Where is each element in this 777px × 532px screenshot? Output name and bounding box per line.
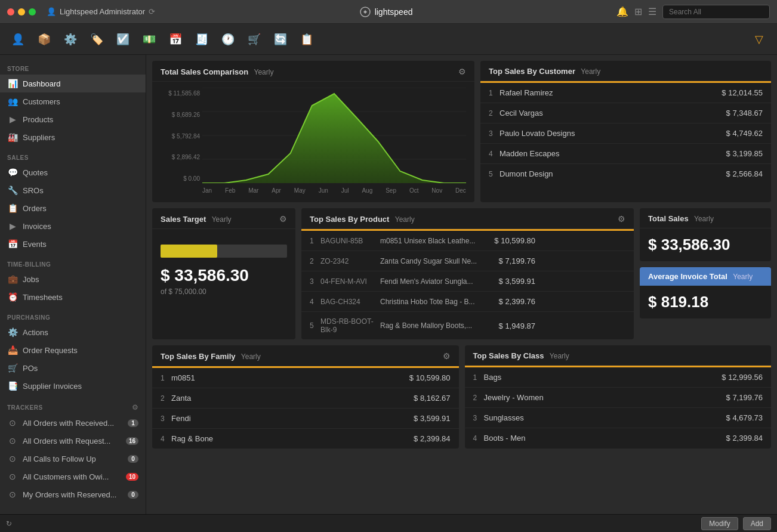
sidebar-item-all-orders-request[interactable]: ⊙ All Orders with Request... 16 [0,432,146,450]
table-row: 3 Paulo Lovato Designs $ 4,749.62 [480,123,771,144]
p-sku-1: BAGUNI-85B [320,237,380,245]
total-sales-comparison-gear[interactable]: ⚙ [458,67,466,76]
table-row: 2 Cecil Vargas $ 7,348.67 [480,103,771,123]
customer-value-3: $ 4,749.62 [715,129,763,138]
actions-icon: ⚙️ [7,327,18,338]
c-value-2: $ 7,199.76 [726,393,763,402]
quotes-icon: 💬 [7,167,18,178]
sidebar-item-timesheets[interactable]: ⏰ Timesheets [0,288,146,306]
sidebar-label-pos: POs [23,364,138,373]
c-name-4: Boots - Men [484,434,726,443]
sidebar-item-my-orders-reserved[interactable]: ⊙ My Orders with Reserved... 0 [0,485,146,503]
x-label-jun: Jun [319,187,328,194]
menu-icon[interactable]: ☰ [648,6,656,17]
time-billing-section: TIME-BILLING 💼 Jobs ⏰ Timesheets [0,256,146,306]
toolbar-receipt-icon[interactable]: 🧾 [190,27,214,51]
products-icon: ▶ [7,114,18,125]
toolbar-dollar-icon[interactable]: 💵 [137,27,161,51]
toolbar-swap-icon[interactable]: 🔄 [269,27,292,51]
sidebar-label-supplier-invoices: Supplier Invoices [23,382,138,391]
sales-target-gear[interactable]: ⚙ [279,214,287,224]
sidebar-item-all-customers-owing[interactable]: ⊙ All Customers with Owi... 10 [0,468,146,485]
c-name-1: Bags [484,373,722,382]
sidebar-item-sros[interactable]: 🔧 SROs [0,181,146,199]
top-sales-customer-header: Top Sales By Customer Yearly [480,61,771,81]
toolbar-calendar-icon[interactable]: 📅 [164,27,187,51]
row-2: Sales Target Yearly ⚙ $ 33,586.30 of $ 7… [152,208,771,339]
close-button[interactable] [7,8,14,16]
p-rank-2: 2 [310,257,320,265]
search-input[interactable] [662,5,770,19]
top-sales-product-gear[interactable]: ⚙ [618,214,625,224]
grid-icon[interactable]: ⊞ [634,6,642,17]
sidebar-item-suppliers[interactable]: 🏭 Suppliers [0,128,146,146]
top-sales-family-gear[interactable]: ⚙ [443,351,451,361]
sidebar-item-jobs[interactable]: 💼 Jobs [0,270,146,288]
bell-icon[interactable]: 🔔 [616,6,628,17]
minimize-button[interactable] [18,8,25,16]
sidebar-item-order-requests[interactable]: 📥 Order Requests [0,341,146,359]
toolbar-person-icon[interactable]: 👤 [6,27,30,51]
f-rank-2: 2 [161,394,171,403]
sidebar-item-orders[interactable]: 📋 Orders [0,199,146,217]
progress-track [161,245,287,258]
avg-invoice-period: Yearly [733,273,753,281]
c-name-2: Jewelry - Women [484,393,726,402]
toolbar-tag-icon[interactable]: 🏷️ [85,27,109,51]
toolbar-filter-icon[interactable]: ▽ [747,27,771,51]
p-desc-3: Fendi Men's Aviator Sungla... [380,277,488,286]
p-sku-2: ZO-2342 [320,257,380,265]
avg-invoice-widget: Average Invoice Total Yearly $ 819.18 [640,267,771,318]
sidebar-item-actions[interactable]: ⚙️ Actions [0,323,146,341]
sidebar-item-all-orders-received[interactable]: ⊙ All Orders with Received... 1 [0,414,146,432]
total-sales-comparison-title: Total Sales Comparison [161,67,248,76]
sidebar-item-invoices[interactable]: ▶ Invoices [0,217,146,235]
sidebar-item-quotes[interactable]: 💬 Quotes [0,163,146,181]
p-value-2: $ 7,199.76 [488,256,535,265]
add-button[interactable]: Add [743,517,771,530]
tracker-label-5: My Orders with Reserved... [23,490,123,499]
sales-target-body: $ 33,586.30 of $ 75,000.00 [152,229,295,304]
tracker-circle-icon-1: ⊙ [7,417,18,428]
y-label-2: $ 8,689.26 [161,112,200,118]
x-label-jan: Jan [202,187,212,194]
suppliers-icon: 🏭 [7,132,18,143]
sidebar-item-all-calls-follow[interactable]: ⊙ All Calls to Follow Up 0 [0,450,146,468]
trackers-gear-icon[interactable]: ⚙ [132,403,138,412]
list-item: 2 Jewelry - Women $ 7,199.76 [465,388,772,408]
p-desc-4: Christina Hobo Tote Bag - B... [380,298,488,306]
toolbar-doc-icon[interactable]: 📋 [295,27,319,51]
sidebar-item-events[interactable]: 📅 Events [0,235,146,253]
sidebar-item-pos[interactable]: 🛒 POs [0,359,146,377]
top-sales-family-title: Top Sales By Family [161,352,235,361]
top-sales-customer-period: Yearly [581,67,600,76]
sidebar-item-dashboard[interactable]: 📊 Dashboard [0,75,146,92]
toolbar-gear-icon[interactable]: ⚙️ [58,27,82,51]
modify-button[interactable]: Modify [701,517,738,530]
f-rank-4: 4 [161,435,171,443]
tracker-label-2: All Orders with Request... [23,437,121,446]
svg-marker-6 [202,94,466,183]
chart-wrapper: $ 11,585.68 $ 8,689.26 $ 5,792.84 $ 2,89… [161,88,466,194]
maximize-button[interactable] [29,8,36,16]
sales-target-widget: Sales Target Yearly ⚙ $ 33,586.30 of $ 7… [152,208,295,339]
total-sales-comparison-title-group: Total Sales Comparison Yearly [161,67,273,76]
sidebar-item-supplier-invoices[interactable]: 📑 Supplier Invoices [0,377,146,395]
toolbar-box-icon[interactable]: 📦 [32,27,56,51]
toolbar-check-icon[interactable]: ☑️ [111,27,135,51]
top-sales-customer-widget: Top Sales By Customer Yearly 1 Rafael Ra… [480,61,771,202]
table-row: 4 BAG-CH324 Christina Hobo Tote Bag - B.… [301,292,634,312]
jobs-icon: 💼 [7,274,18,284]
sidebar-item-customers[interactable]: 👥 Customers [0,92,146,110]
row-1: Total Sales Comparison Yearly ⚙ $ 11,585… [152,61,771,202]
sales-target-title: Sales Target [161,215,206,224]
user-refresh-icon[interactable]: ⟳ [149,7,155,16]
toolbar-clock-icon[interactable]: 🕐 [216,27,240,51]
toolbar-cart-icon[interactable]: 🛒 [242,27,266,51]
x-label-jul: Jul [341,187,349,194]
tracker-badge-2: 16 [126,437,138,445]
sidebar-item-products[interactable]: ▶ Products [0,110,146,128]
scroll-refresh-icon[interactable]: ↻ [6,519,12,528]
tracker-circle-icon-4: ⊙ [7,471,18,482]
top-sales-product-rows: 1 BAGUNI-85B m0851 Unisex Black Leathe..… [301,231,634,339]
